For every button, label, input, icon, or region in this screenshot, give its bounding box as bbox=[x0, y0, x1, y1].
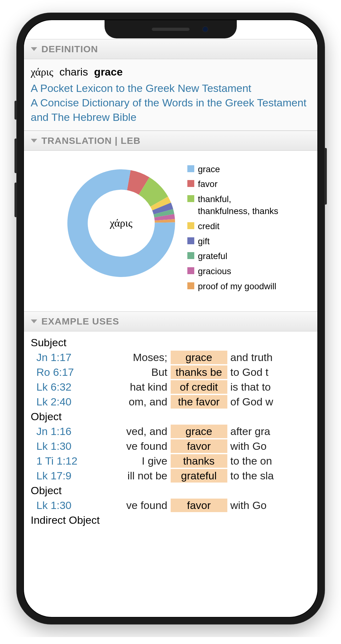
phone-frame: DEFINITION χάρις charis grace A Pocket L… bbox=[16, 13, 325, 624]
verse-reference-link[interactable]: 1 Ti 1:12 bbox=[31, 455, 88, 467]
legend-item[interactable]: gift bbox=[187, 235, 280, 247]
legend-label: gracious bbox=[198, 265, 231, 277]
legend-label: proof of my goodwill bbox=[198, 280, 276, 292]
context-before: ved, and bbox=[88, 425, 171, 438]
example-row: Lk 2:40om, andthe favorof God w bbox=[31, 394, 310, 409]
legend-label: favor bbox=[198, 178, 218, 190]
phone-volume-down bbox=[14, 183, 17, 217]
legend-swatch bbox=[187, 267, 194, 274]
definition-body: χάρις charis grace A Pocket Lexicon to t… bbox=[24, 59, 317, 131]
example-row: 1 Ti 1:12I givethanksto the on bbox=[31, 454, 310, 468]
example-row: Lk 17:9ill not begratefulto the sla bbox=[31, 468, 310, 483]
context-after: to the sla bbox=[227, 470, 310, 482]
phone-side-button bbox=[14, 101, 17, 120]
legend-label: grateful bbox=[198, 250, 227, 262]
legend-item[interactable]: proof of my goodwill bbox=[187, 280, 280, 292]
highlighted-term: grace bbox=[171, 351, 227, 364]
legend-label: credit bbox=[198, 220, 219, 232]
highlighted-term: grace bbox=[171, 425, 227, 438]
context-before: ve found bbox=[88, 440, 171, 452]
legend-item[interactable]: gracious bbox=[187, 265, 280, 277]
example-group-label: Indirect Object bbox=[31, 513, 310, 528]
highlighted-term: favor bbox=[171, 499, 227, 512]
context-before: om, and bbox=[88, 396, 171, 408]
context-after: is that to bbox=[227, 381, 310, 393]
legend-swatch bbox=[187, 180, 194, 187]
legend-swatch bbox=[187, 282, 194, 289]
legend-item[interactable]: thankful, thankfulness, thanks bbox=[187, 193, 280, 217]
context-after: after gra bbox=[227, 425, 310, 438]
example-row: Jn 1:16ved, andgraceafter gra bbox=[31, 424, 310, 439]
legend-item[interactable]: favor bbox=[187, 178, 280, 190]
chevron-down-icon bbox=[31, 319, 37, 323]
context-before: Moses; bbox=[88, 351, 171, 364]
lexicon-link[interactable]: A Concise Dictionary of the Words in the… bbox=[31, 96, 310, 125]
transliteration: charis bbox=[60, 66, 88, 78]
chevron-down-icon bbox=[31, 47, 37, 51]
phone-volume-up bbox=[14, 138, 17, 173]
legend-label: thankful, thankfulness, thanks bbox=[198, 193, 280, 217]
context-after: of God w bbox=[227, 396, 310, 408]
phone-notch bbox=[105, 20, 237, 38]
phone-screen: DEFINITION χάρις charis grace A Pocket L… bbox=[23, 20, 318, 618]
verse-reference-link[interactable]: Lk 6:32 bbox=[31, 381, 88, 393]
highlighted-term: thanks be bbox=[171, 365, 227, 379]
examples-list: SubjectJn 1:17Moses;graceand truthRo 6:1… bbox=[24, 331, 317, 540]
section-title: DEFINITION bbox=[42, 44, 98, 54]
legend-swatch bbox=[187, 165, 194, 172]
legend-item[interactable]: credit bbox=[187, 220, 280, 232]
section-header-examples[interactable]: EXAMPLE USES bbox=[24, 311, 317, 331]
highlighted-term: favor bbox=[171, 439, 227, 453]
translation-chart: χάρις gracefavorthankful, thankfulness, … bbox=[24, 151, 317, 311]
highlighted-term: of credit bbox=[171, 380, 227, 394]
greek-word: χάρις bbox=[31, 66, 54, 78]
example-row: Jn 1:17Moses;graceand truth bbox=[31, 350, 310, 365]
example-row: Lk 1:30ve foundfavorwith Go bbox=[31, 439, 310, 454]
section-title: TRANSLATION | LEB bbox=[42, 135, 141, 146]
verse-reference-link[interactable]: Lk 2:40 bbox=[31, 396, 88, 408]
legend-item[interactable]: grateful bbox=[187, 250, 280, 262]
example-row: Ro 6:17Butthanks beto God t bbox=[31, 365, 310, 380]
context-after: to God t bbox=[227, 366, 310, 378]
highlighted-term: grateful bbox=[171, 469, 227, 483]
verse-reference-link[interactable]: Ro 6:17 bbox=[31, 366, 88, 378]
verse-reference-link[interactable]: Lk 1:30 bbox=[31, 499, 88, 511]
phone-power-button bbox=[324, 148, 327, 205]
legend-item[interactable]: grace bbox=[187, 163, 280, 175]
context-after: and truth bbox=[227, 351, 310, 364]
verse-reference-link[interactable]: Jn 1:17 bbox=[31, 351, 88, 364]
phone-camera bbox=[202, 26, 208, 32]
legend-swatch bbox=[187, 237, 194, 244]
verse-reference-link[interactable]: Lk 1:30 bbox=[31, 440, 88, 452]
context-before: ill not be bbox=[88, 470, 171, 482]
verse-reference-link[interactable]: Jn 1:16 bbox=[31, 425, 88, 438]
app-content: DEFINITION χάρις charis grace A Pocket L… bbox=[24, 20, 317, 540]
section-title: EXAMPLE USES bbox=[42, 316, 119, 327]
example-row: Lk 1:30ve foundfavorwith Go bbox=[31, 498, 310, 513]
lexicon-link[interactable]: A Pocket Lexicon to the Greek New Testam… bbox=[31, 81, 310, 96]
context-after: with Go bbox=[227, 499, 310, 511]
example-group-label: Object bbox=[31, 483, 310, 498]
example-group-label: Subject bbox=[31, 335, 310, 350]
legend-swatch bbox=[187, 222, 194, 229]
donut-center-label: χάρις bbox=[61, 163, 181, 283]
context-before: I give bbox=[88, 455, 171, 467]
donut-chart[interactable]: χάρις bbox=[61, 163, 181, 283]
context-before: hat kind bbox=[88, 381, 171, 393]
context-after: with Go bbox=[227, 440, 310, 452]
example-group-label: Object bbox=[31, 409, 310, 424]
chart-legend: gracefavorthankful, thankfulness, thanks… bbox=[187, 163, 280, 296]
legend-swatch bbox=[187, 252, 194, 259]
context-after: to the on bbox=[227, 455, 310, 467]
context-before: ve found bbox=[88, 499, 171, 511]
phone-speaker bbox=[152, 28, 190, 31]
legend-label: grace bbox=[198, 163, 220, 175]
legend-swatch bbox=[187, 195, 194, 202]
section-header-translation[interactable]: TRANSLATION | LEB bbox=[24, 131, 317, 151]
verse-reference-link[interactable]: Lk 17:9 bbox=[31, 470, 88, 482]
section-header-definition[interactable]: DEFINITION bbox=[24, 39, 317, 59]
highlighted-term: thanks bbox=[171, 454, 227, 468]
highlighted-term: the favor bbox=[171, 395, 227, 409]
chevron-down-icon bbox=[31, 139, 37, 143]
gloss: grace bbox=[94, 66, 123, 78]
